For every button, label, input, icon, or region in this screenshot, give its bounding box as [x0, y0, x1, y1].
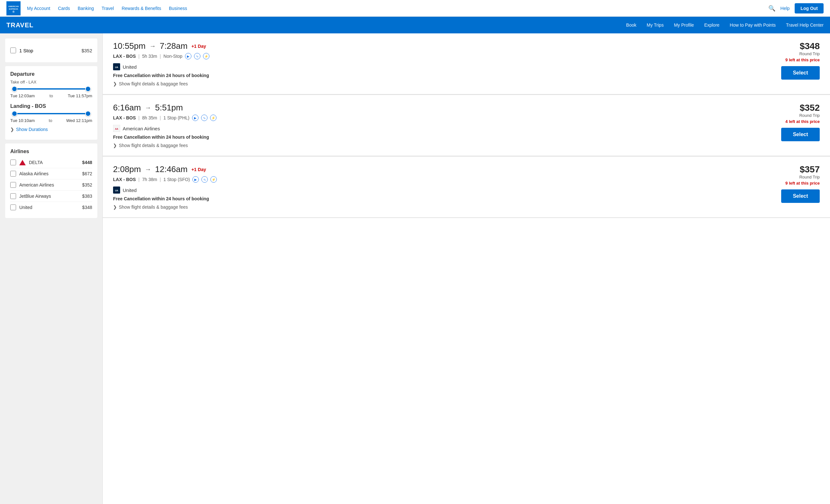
departure-slider[interactable] — [10, 88, 92, 90]
wifi-icon-1: ∿ — [194, 53, 200, 59]
nav-help[interactable]: Help — [780, 6, 790, 11]
airlines-title: Airlines — [10, 148, 92, 155]
airline-checkbox-united[interactable] — [10, 204, 16, 210]
show-details-button-2[interactable]: ❯ Show flight details & baggage fees — [113, 143, 188, 148]
price-section-3: $357 Round Trip 9 left at this price Sel… — [768, 164, 820, 203]
play-icon-3: ▶ — [192, 176, 199, 183]
travel-nav-my-profile[interactable]: My Profile — [674, 23, 694, 28]
airline-checkbox-aa[interactable] — [10, 182, 16, 188]
arrive-time-3: 12:46am — [155, 164, 188, 174]
play-icon-2: ▶ — [192, 114, 198, 121]
duration-3: 7h 38m — [142, 177, 157, 182]
stop-filter-item: 1 Stop $352 — [10, 44, 92, 57]
departure-filter-section: Departure Take off - LAX Tue 12:03am to … — [5, 66, 97, 140]
top-nav-right: 🔍 Help Log Out — [768, 3, 824, 13]
show-details-label-3: Show flight details & baggage fees — [119, 204, 188, 210]
airline-checkbox-jetblue[interactable] — [10, 193, 16, 199]
departure-slider-left[interactable] — [11, 86, 17, 92]
airline-price-united: $348 — [82, 205, 92, 210]
landing-slider-left[interactable] — [11, 111, 17, 116]
price-amount-3: $357 — [768, 164, 820, 175]
departure-subtitle: Take off - LAX — [10, 79, 92, 85]
sep-1b: | — [160, 54, 161, 59]
flight-meta-1: LAX - BOS | 5h 33m | Non-Stop ▶ ∿ ⚡ — [113, 53, 210, 59]
flight-times-3: 2:08pm → 12:46am +1 Day — [113, 164, 217, 174]
nav-business[interactable]: Business — [169, 6, 187, 11]
select-button-2[interactable]: Select — [781, 128, 820, 141]
airline-checkbox-delta[interactable] — [10, 160, 16, 165]
trip-type-1: Round Trip — [768, 52, 820, 56]
travel-nav-explore[interactable]: Explore — [704, 23, 719, 28]
sep-1a: | — [138, 54, 140, 59]
select-button-1[interactable]: Select — [781, 66, 820, 79]
price-section-1: $348 Round Trip 9 left at this price Sel… — [768, 41, 820, 79]
travel-nav-points[interactable]: How to Pay with Points — [730, 23, 776, 28]
svg-text:UA: UA — [115, 66, 118, 68]
nav-cards[interactable]: Cards — [58, 6, 70, 11]
arrive-time-1: 7:28am — [160, 41, 188, 51]
arrow-icon-1: → — [149, 42, 156, 50]
landing-time-end: Wed 12:11pm — [66, 118, 92, 123]
show-durations-label: Show Durations — [16, 127, 48, 132]
airline-item-united: United $348 — [10, 202, 92, 213]
arrow-icon-2: → — [145, 104, 151, 111]
search-icon[interactable]: 🔍 — [768, 5, 775, 12]
lightning-icon-1: ⚡ — [203, 53, 210, 59]
select-button-3[interactable]: Select — [781, 190, 820, 203]
departure-slider-right[interactable] — [85, 86, 91, 92]
stop-filter-checkbox[interactable] — [10, 47, 16, 53]
trip-type-2: Round Trip — [768, 113, 820, 118]
flight-row-1: 10:55pm → 7:28am +1 Day LAX - BOS | 5h 3… — [113, 41, 820, 86]
seats-left-1: 9 left at this price — [768, 58, 820, 62]
nav-travel[interactable]: Travel — [101, 6, 114, 11]
airline-item-jetblue: JetBlue Airways $383 — [10, 191, 92, 202]
nav-rewards[interactable]: Rewards & Benefits — [122, 6, 161, 11]
airline-checkbox-alaska[interactable] — [10, 171, 16, 176]
price-amount-2: $352 — [768, 103, 820, 113]
depart-time-2: 6:16am — [113, 103, 141, 113]
landing-time-start: Tue 10:10am — [10, 118, 35, 123]
departure-time-to: to — [50, 93, 53, 98]
amex-logo: AMERICAN EXPRESS ® — [6, 1, 21, 15]
nav-my-account[interactable]: My Account — [27, 6, 50, 11]
travel-nav-book[interactable]: Book — [626, 23, 636, 28]
landing-slider[interactable] — [10, 113, 92, 114]
airlines-filter-section: Airlines DELTA $448 Alaska Airlines $672… — [5, 143, 97, 218]
travel-nav-my-trips[interactable]: My Trips — [647, 23, 664, 28]
plus-day-3: +1 Day — [191, 167, 206, 172]
show-details-button-3[interactable]: ❯ Show flight details & baggage fees — [113, 204, 188, 210]
stop-filter-label: 1 Stop — [19, 48, 78, 53]
airline-name-row-1: United — [123, 64, 136, 70]
stops-1: Non-Stop — [163, 54, 183, 59]
flight-info-3: 2:08pm → 12:46am +1 Day LAX - BOS | 7h 3… — [113, 164, 217, 210]
wifi-icon-3: ∿ — [201, 176, 208, 183]
route-1: LAX - BOS — [113, 54, 136, 59]
lightning-icon-2: ⚡ — [210, 114, 217, 121]
flight-info-2: 6:16am → 5:51pm LAX - BOS | 8h 35m | 1 S… — [113, 103, 217, 148]
flight-times-1: 10:55pm → 7:28am +1 Day — [113, 41, 210, 51]
airline-name-alaska: Alaska Airlines — [19, 171, 79, 176]
travel-nav-help[interactable]: Travel Help Center — [786, 23, 824, 28]
landing-slider-right[interactable] — [85, 111, 91, 116]
show-details-button-1[interactable]: ❯ Show flight details & baggage fees — [113, 81, 188, 86]
departure-time-end: Tue 11:57pm — [68, 93, 92, 98]
flight-card-1: 10:55pm → 7:28am +1 Day LAX - BOS | 5h 3… — [103, 33, 830, 95]
svg-text:UA: UA — [115, 190, 118, 192]
departure-time-range: Tue 12:03am to Tue 11:57pm — [10, 93, 92, 98]
sep-2b: | — [160, 115, 161, 121]
flight-times-2: 6:16am → 5:51pm — [113, 103, 217, 113]
route-3: LAX - BOS — [113, 177, 136, 182]
flight-meta-2: LAX - BOS | 8h 35m | 1 Stop (PHL) ▶ ∿ ⚡ — [113, 114, 217, 121]
show-durations-button[interactable]: ❯ Show Durations — [10, 124, 48, 135]
flight-card-2: 6:16am → 5:51pm LAX - BOS | 8h 35m | 1 S… — [103, 95, 830, 156]
airline-name-jetblue: JetBlue Airways — [19, 194, 79, 199]
depart-time-3: 2:08pm — [113, 164, 141, 174]
flight-info-1: 10:55pm → 7:28am +1 Day LAX - BOS | 5h 3… — [113, 41, 210, 86]
logout-button[interactable]: Log Out — [795, 3, 824, 13]
landing-title: Landing - BOS — [10, 103, 92, 109]
svg-text:AA: AA — [115, 128, 118, 130]
departure-title: Departure — [10, 71, 92, 77]
nav-banking[interactable]: Banking — [78, 6, 94, 11]
departure-track — [11, 88, 91, 90]
duration-1: 5h 33m — [142, 54, 157, 59]
